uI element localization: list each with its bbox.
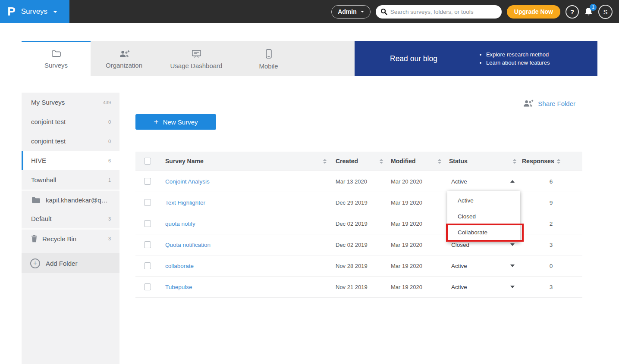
table-row: TubepulseNov 21 2019Mar 19 2020Active3 bbox=[135, 277, 582, 298]
notification-badge: 1 bbox=[590, 4, 597, 11]
sidebar-item-conjoint-test[interactable]: conjoint test0 bbox=[22, 112, 119, 131]
tab-bar: SurveysOrganizationUsage DashboardMobile bbox=[22, 41, 355, 76]
sidebar-item-townhall[interactable]: Townhall1 bbox=[22, 170, 119, 190]
header-checkbox-cell bbox=[135, 158, 160, 165]
header-label: Responses bbox=[522, 158, 554, 165]
table-row: collaborateNov 28 2019Mar 19 2020Active0 bbox=[135, 255, 582, 277]
search-input[interactable] bbox=[390, 9, 499, 15]
add-folder-button[interactable]: + Add Folder bbox=[22, 253, 119, 273]
dropdown-option-active[interactable]: Active bbox=[447, 193, 520, 208]
share-folder-button[interactable]: Share Folder bbox=[522, 100, 575, 107]
user-avatar[interactable]: S bbox=[598, 5, 613, 19]
responses-cell: 6 bbox=[520, 178, 582, 185]
row-checkbox[interactable] bbox=[144, 283, 151, 290]
sidebar-item-recycle-bin[interactable]: Recycle Bin3 bbox=[22, 228, 119, 248]
brand-label: Surveys bbox=[21, 7, 47, 16]
header-label: Created bbox=[336, 158, 358, 165]
status-label: Closed bbox=[451, 242, 469, 248]
survey-name-link[interactable]: Tubepulse bbox=[165, 284, 192, 290]
brand-surveys-menu[interactable]: P Surveys bbox=[0, 0, 69, 23]
sidebar-item-kapil-khandekar-que[interactable]: kapil.khandekar@que... bbox=[22, 190, 119, 209]
sidebar-item-label: kapil.khandekar@que... bbox=[46, 196, 111, 204]
survey-name-cell: collaborate bbox=[160, 263, 330, 269]
survey-name-link[interactable]: Quota notification bbox=[165, 242, 211, 248]
chevron-down-icon bbox=[510, 286, 515, 288]
blog-banner[interactable]: Read our blog Explore research methodLea… bbox=[355, 41, 597, 76]
row-checkbox[interactable] bbox=[144, 220, 151, 227]
banner-title: Read our blog bbox=[390, 54, 437, 63]
banner-bullet: Learn about new features bbox=[486, 59, 550, 66]
tab-surveys[interactable]: Surveys bbox=[22, 41, 91, 76]
status-dropdown-toggle[interactable]: Closed bbox=[443, 242, 520, 248]
responses-cell: 0 bbox=[520, 263, 582, 269]
banner-bullets: Explore research methodLearn about new f… bbox=[479, 50, 550, 68]
upgrade-now-button[interactable]: Upgrade Now bbox=[507, 5, 560, 19]
chevron-down-icon bbox=[510, 243, 515, 246]
tab-label: Mobile bbox=[259, 62, 278, 70]
admin-dropdown[interactable]: Admin bbox=[331, 5, 371, 19]
sidebar-item-count: 6 bbox=[105, 158, 111, 163]
share-people-icon bbox=[522, 100, 534, 107]
sort-icon[interactable] bbox=[438, 159, 441, 164]
row-checkbox-cell bbox=[135, 199, 160, 206]
responses-cell: 2 bbox=[520, 221, 582, 227]
tab-usage-dashboard[interactable]: Usage Dashboard bbox=[157, 41, 235, 76]
help-button[interactable]: ? bbox=[566, 5, 579, 19]
created-cell: Dec 29 2019 bbox=[330, 199, 385, 206]
main-panel: Share Folder + New Survey Survey NameCre… bbox=[119, 93, 597, 364]
sidebar-item-label: Townhall bbox=[31, 176, 56, 184]
sort-icon[interactable] bbox=[380, 159, 383, 164]
sidebar-item-label: Default bbox=[31, 215, 52, 222]
status-dropdown-menu: ActiveClosedCollaborate bbox=[447, 191, 520, 242]
row-checkbox[interactable] bbox=[144, 178, 151, 185]
sidebar-item-conjoint-test[interactable]: conjoint test0 bbox=[22, 131, 119, 151]
global-search[interactable] bbox=[376, 5, 502, 19]
dropdown-option-closed[interactable]: Closed bbox=[447, 208, 520, 224]
survey-name-link[interactable]: collaborate bbox=[165, 263, 194, 269]
dropdown-option-collaborate[interactable]: Collaborate bbox=[447, 224, 520, 240]
sidebar-item-label: Recycle Bin bbox=[42, 235, 76, 243]
tab-label: Usage Dashboard bbox=[170, 62, 223, 69]
header-status[interactable]: Status bbox=[443, 158, 520, 165]
sort-icon[interactable] bbox=[513, 159, 516, 164]
created-cell: Dec 02 2019 bbox=[330, 221, 385, 227]
survey-name-link[interactable]: quota notify bbox=[165, 221, 195, 227]
status-label: Active bbox=[451, 284, 467, 290]
sidebar-item-default[interactable]: Default3 bbox=[22, 209, 119, 228]
survey-name-link[interactable]: Text Highlighter bbox=[165, 199, 205, 206]
new-survey-button[interactable]: + New Survey bbox=[135, 114, 216, 130]
select-all-checkbox[interactable] bbox=[144, 158, 151, 165]
survey-name-link[interactable]: Conjoint Analysis bbox=[165, 178, 210, 185]
share-folder-label: Share Folder bbox=[538, 100, 575, 107]
sort-icon[interactable] bbox=[557, 159, 560, 164]
table-row: Conjoint AnalysisMar 13 2020Mar 20 2020A… bbox=[135, 171, 582, 192]
sort-icon[interactable] bbox=[323, 159, 327, 164]
created-cell: Dec 02 2019 bbox=[330, 242, 385, 248]
header-survey-name[interactable]: Survey Name bbox=[160, 158, 330, 165]
tab-mobile[interactable]: Mobile bbox=[235, 41, 302, 76]
sidebar-item-count: 439 bbox=[100, 100, 111, 105]
survey-name-cell: Text Highlighter bbox=[160, 199, 330, 206]
status-dropdown-toggle[interactable]: Active bbox=[443, 284, 520, 290]
folder-icon bbox=[51, 50, 61, 58]
chevron-up-icon bbox=[510, 180, 515, 183]
sidebar-item-hive[interactable]: HIVE6 bbox=[22, 151, 119, 170]
row-checkbox-cell bbox=[135, 178, 160, 185]
status-dropdown-toggle[interactable]: Active bbox=[443, 263, 520, 269]
search-icon bbox=[380, 8, 387, 15]
header-modified[interactable]: Modified bbox=[385, 158, 443, 165]
modified-cell: Mar 19 2020 bbox=[385, 263, 443, 269]
sidebar-item-label: HIVE bbox=[31, 157, 46, 164]
notifications-button[interactable]: 1 bbox=[584, 7, 593, 17]
status-dropdown-toggle[interactable]: Active bbox=[443, 178, 520, 185]
sidebar-list: My Surveys439conjoint test0conjoint test… bbox=[22, 93, 119, 248]
row-checkbox[interactable] bbox=[144, 262, 151, 269]
created-cell: Mar 13 2020 bbox=[330, 178, 385, 185]
tab-organization[interactable]: Organization bbox=[91, 41, 157, 76]
row-checkbox[interactable] bbox=[144, 199, 151, 206]
header-responses[interactable]: Responses bbox=[520, 158, 582, 165]
modified-cell: Mar 19 2020 bbox=[385, 221, 443, 227]
header-created[interactable]: Created bbox=[330, 158, 385, 165]
row-checkbox[interactable] bbox=[144, 241, 151, 248]
sidebar-item-my-surveys[interactable]: My Surveys439 bbox=[22, 93, 119, 112]
